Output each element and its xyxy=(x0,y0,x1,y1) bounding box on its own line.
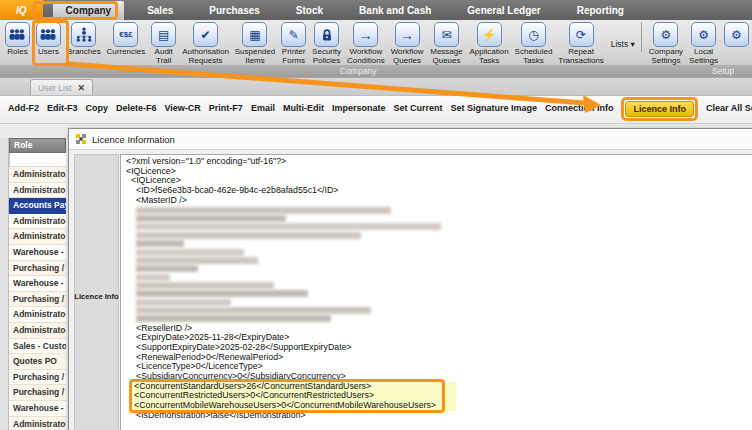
toolbar-button-email[interactable]: Email xyxy=(251,103,275,113)
role-row[interactable]: Purchasing / xyxy=(9,385,66,401)
toolbar-button-impersonate[interactable]: Impersonate xyxy=(332,103,386,113)
toolbar-button-add-f2[interactable]: Add-F2 xyxy=(8,103,39,113)
ribbon-button-workflow-queries[interactable]: →Workflow Queries xyxy=(389,22,426,65)
ribbon-tabs: IQCompanySalesPurchasesStockBank and Cas… xyxy=(0,0,752,20)
toolbar-button-set-current[interactable]: Set Current xyxy=(393,103,442,113)
toolbar-button-edit-f3[interactable]: Edit-F3 xyxy=(47,103,78,113)
ribbon-button-scheduled-tasks[interactable]: ◷Scheduled Tasks xyxy=(513,22,555,65)
toolbar-button-clear-all-soft-locks[interactable]: Clear All Soft Locks xyxy=(706,103,752,113)
ribbon-button-repeat-transactions[interactable]: ⟳Repeat Transactions xyxy=(556,22,605,65)
role-row[interactable]: Administrato xyxy=(9,307,66,323)
ribbon-button-local-settings[interactable]: ⚙Local Settings xyxy=(687,22,720,65)
envelope-icon: ✉ xyxy=(434,22,459,47)
role-filter-row[interactable] xyxy=(9,153,66,167)
lists-dropdown[interactable]: Lists ▾ xyxy=(611,39,635,49)
ribbon-button-audit-trail[interactable]: ▤Audit Trail xyxy=(149,22,178,65)
annotation-box-licence-info: Licence Info xyxy=(621,97,698,121)
role-row[interactable]: Quotes PO xyxy=(9,354,66,370)
group-label-company: Company xyxy=(340,66,376,76)
ribbon-button-label: Currencies xyxy=(107,48,146,57)
role-row[interactable]: Purchasing / xyxy=(9,261,66,277)
role-row[interactable]: Administrato xyxy=(9,167,66,183)
redacted-xml-line xyxy=(136,215,286,222)
ribbon-tab-general-ledger[interactable]: General Ledger xyxy=(454,0,553,20)
redacted-xml-line xyxy=(136,207,391,214)
ribbon-button-suspended-items[interactable]: ▦Suspended Items xyxy=(233,22,277,65)
redacted-xml-line xyxy=(136,307,371,314)
role-row[interactable]: Administrato xyxy=(9,417,66,430)
dialog-body: Licence Info <?xml version="1.0" encodin… xyxy=(69,151,752,430)
toolbar-button-set-signature-image[interactable]: Set Signature Image xyxy=(450,103,537,113)
currency-icon: €$£ xyxy=(113,22,138,47)
ribbon-button-label: Local Settings xyxy=(689,48,718,65)
role-column-header[interactable]: Role xyxy=(9,138,66,153)
highlighted-xml-block: <ConcurrentStandardUsers>26</ConcurrentS… xyxy=(132,382,456,411)
ribbon-button-users[interactable]: Users xyxy=(34,22,63,57)
redacted-xml-line xyxy=(136,290,308,297)
app-window: IQCompanySalesPurchasesStockBank and Cas… xyxy=(0,0,752,430)
group-divider xyxy=(641,22,642,52)
role-row[interactable]: Administrato xyxy=(9,323,66,339)
licence-info-field-label: Licence Info xyxy=(74,154,119,430)
ribbon-button-application-tasks[interactable]: ⚡Application Tasks xyxy=(468,22,511,65)
ribbon-button-label: Suspended Items xyxy=(235,48,275,65)
audit-folder-icon: ▤ xyxy=(151,22,176,47)
xml-line: <?xml version="1.0" encoding="utf-16"?> xyxy=(124,157,752,167)
ribbon-tab-company[interactable]: Company xyxy=(53,1,125,20)
people-icon xyxy=(36,22,61,47)
licence-xml-text[interactable]: <?xml version="1.0" encoding="utf-16"?><… xyxy=(120,154,752,430)
toolbar-button-print-f7[interactable]: Print-F7 xyxy=(209,103,243,113)
ribbon-button-printer-forms[interactable]: ✎Printer Forms xyxy=(279,22,308,65)
tab-user-list-label: User List xyxy=(38,83,72,93)
close-icon[interactable]: ✕ xyxy=(78,83,86,93)
ribbon-button-label: Users xyxy=(38,48,59,57)
ribbon-button-currencies[interactable]: €$£Currencies xyxy=(105,22,148,57)
ribbon-group-setup: ⚙Company Settings⚙Local Settings⚙ xyxy=(639,20,752,65)
toolbar-button-connection-info[interactable]: Connection Info xyxy=(545,103,614,113)
document-tab-bar: User List ✕ xyxy=(0,78,752,96)
role-row[interactable]: Warehouse - xyxy=(9,401,66,417)
row-indicator-gutter xyxy=(0,138,9,430)
role-row[interactable]: Sales - Custo xyxy=(9,339,66,355)
toolbar-button-view-cr[interactable]: View-CR xyxy=(165,103,201,113)
ribbon-button-security-policies[interactable]: Security Policies xyxy=(310,22,343,65)
xml-line: <ID>f5e6e3b3-bca0-462e-9b4c-e2b8afad55c1… xyxy=(124,186,752,196)
workflow-arrow-icon: → xyxy=(353,22,378,47)
ribbon-button-label: Company Settings xyxy=(649,48,683,65)
tab-user-list[interactable]: User List ✕ xyxy=(30,79,93,95)
xml-line: <IQLicence> xyxy=(124,167,752,177)
licence-information-dialog: Licence Information Licence Info <?xml v… xyxy=(68,128,752,430)
ribbon-tab-purchases[interactable]: Purchases xyxy=(196,0,273,20)
role-row[interactable]: Purchasing / xyxy=(9,370,66,386)
redacted-xml-line xyxy=(136,315,331,322)
role-row[interactable]: Administrato xyxy=(9,229,66,245)
ribbon-button-company-settings[interactable]: ⚙Company Settings xyxy=(647,22,685,65)
xml-line: <IsDemonstration>false</IsDemonstration> xyxy=(124,411,752,421)
calculator-icon: ▦ xyxy=(242,22,267,47)
toolbar-button-copy[interactable]: Copy xyxy=(86,103,109,113)
xml-line: <MasterID /> xyxy=(124,196,752,206)
role-row[interactable]: Accounts Pay xyxy=(9,198,66,214)
ribbon-tab-stock[interactable]: Stock xyxy=(283,0,336,20)
ribbon-button-roles[interactable]: Roles xyxy=(3,22,32,57)
ribbon-tab-bank-and-cash[interactable]: Bank and Cash xyxy=(346,0,444,20)
ribbon-button-branches[interactable]: Branches xyxy=(65,22,103,57)
role-row[interactable]: Administrato xyxy=(9,214,66,230)
ribbon-button-workflow-conditions[interactable]: →Workflow Conditions xyxy=(345,22,387,65)
role-row[interactable]: Administrato xyxy=(9,183,66,199)
toolbar-button-delete-f6[interactable]: Delete-F6 xyxy=(116,103,157,113)
ribbon-tab-iq[interactable]: IQ xyxy=(0,0,43,20)
role-row[interactable]: Warehouse - xyxy=(9,276,66,292)
ribbon-button-item[interactable]: ⚙ xyxy=(722,22,751,48)
toolbar-button-licence-info[interactable]: Licence Info xyxy=(625,101,694,117)
ribbon-button-label: Branches xyxy=(67,48,101,57)
role-row[interactable]: Warehouse - xyxy=(9,245,66,261)
toolbar-button-multi-edit[interactable]: Multi-Edit xyxy=(283,103,324,113)
ribbon-button-authorisation-requests[interactable]: ✔Authorisation Requests xyxy=(180,22,231,65)
ribbon-tab-sales[interactable]: Sales xyxy=(134,0,186,20)
ribbon-tab-reporting[interactable]: Reporting xyxy=(564,0,637,20)
clock-icon: ◷ xyxy=(521,22,546,47)
xml-line-highlighted: <ConcurrentMobileWarehouseUsers>0</Concu… xyxy=(132,401,456,411)
role-row[interactable]: Purchasing / xyxy=(9,292,66,308)
ribbon-button-label: Application Tasks xyxy=(470,48,509,65)
